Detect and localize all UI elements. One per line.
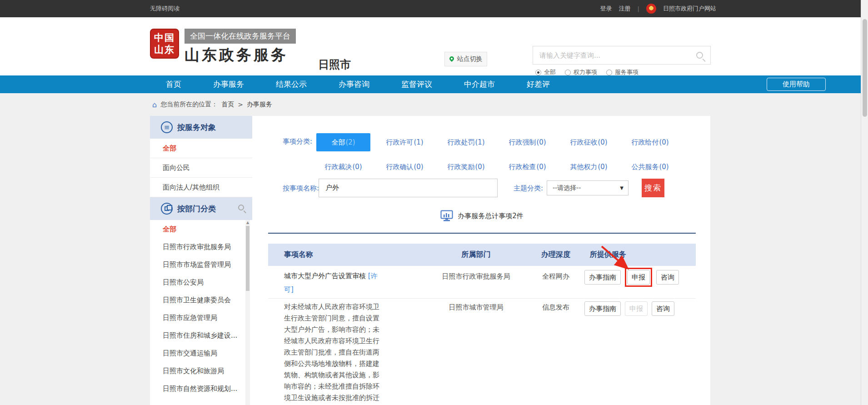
stats-text: 办事服务总计事项2件 — [458, 212, 524, 220]
main-panel: 事项分类: 全部(2) 行政许可(1) 行政处罚(1) 行政强制(0) 行政征收… — [268, 116, 696, 405]
tab-admin-levy[interactable]: 行政征收(0) — [558, 133, 619, 151]
category-filter-label: 事项分类: — [283, 137, 312, 146]
radio-icon[interactable] — [565, 70, 571, 75]
radio-icon[interactable] — [606, 70, 612, 75]
col-header-item-name: 事项名称 — [268, 250, 425, 260]
item-department: 日照市行政审批服务局 — [425, 266, 527, 298]
apply-button-disabled: 申报 — [625, 301, 648, 316]
radio-selected-icon[interactable] — [535, 70, 541, 75]
department-search-icon[interactable] — [238, 205, 244, 210]
sidebar-item-dept-7[interactable]: 日照市交通运输局 — [150, 345, 252, 362]
nav-item-home[interactable]: 首页 — [150, 75, 197, 93]
search-icon[interactable] — [696, 52, 703, 59]
col-header-department: 所属部门 — [425, 250, 527, 260]
sidebar-scrollbar-thumb[interactable] — [246, 226, 249, 291]
sidebar-item-legal-persons[interactable]: 面向法人/其他组织 — [150, 178, 252, 197]
category-tabs-row2: 行政裁决(0) 行政确认(0) 行政奖励(0) 行政检查(0) 其他权力(0) … — [313, 156, 681, 174]
items-table: 事项名称 所属部门 办理深度 所提供服务 城市大型户外广告设置审核 [许可] 日… — [268, 244, 696, 405]
tab-admin-inspection[interactable]: 行政检查(0) — [497, 160, 558, 174]
section-divider — [268, 233, 696, 234]
breadcrumb: ⌂ 您当前所在的位置： 首页 > 办事服务 — [152, 99, 272, 110]
topbar-right: 登录 注册 | ★ 日照市政府门户网站 — [600, 0, 716, 17]
sidebar-item-all-targets[interactable]: 全部 — [150, 139, 252, 158]
tab-other-powers[interactable]: 其他权力(0) — [558, 160, 619, 174]
search-button[interactable]: 搜索 — [642, 179, 664, 197]
accessibility-link[interactable]: 无障碍阅读 — [150, 0, 180, 17]
sidebar-item-dept-5[interactable]: 日照市应急管理局 — [150, 309, 252, 327]
page-scrollbar-thumb[interactable] — [863, 19, 867, 117]
nav-item-supervision[interactable]: 监督评议 — [385, 75, 448, 93]
sidebar-item-dept-2[interactable]: 日照市市场监督管理局 — [150, 256, 252, 274]
col-header-depth: 办理深度 — [527, 250, 584, 260]
tab-admin-confirmation[interactable]: 行政确认(0) — [374, 160, 435, 174]
sidebar-item-citizens[interactable]: 面向公民 — [150, 158, 252, 178]
site-switch-button[interactable]: 站点切换 — [444, 52, 487, 66]
sidebar: ≡ 按服务对象 全部 面向公民 面向法人/其他组织 按部门分类 全部 日照市行政… — [150, 116, 252, 405]
tab-all[interactable]: 全部(2) — [316, 133, 370, 151]
national-emblem-icon: ★ — [646, 4, 656, 14]
table-row: 城市大型户外广告设置审核 [许可] 日照市行政审批服务局 全程网办 办事指南 — [268, 266, 696, 299]
dropdown-caret-icon: ▼ — [620, 185, 624, 190]
tab-admin-payment[interactable]: 行政给付(0) — [619, 133, 681, 151]
portal-link[interactable]: 日照市政府门户网站 — [663, 5, 716, 13]
location-pin-icon — [448, 55, 454, 61]
tab-admin-adjudication[interactable]: 行政裁决(0) — [313, 160, 374, 174]
topbar-divider: | — [638, 5, 639, 12]
sidebar-item-dept-1[interactable]: 日照市行政审批服务局 — [150, 238, 252, 256]
breadcrumb-current: 办事服务 — [247, 100, 272, 109]
apply-button[interactable]: 申报 — [627, 270, 650, 285]
topic-label: 主题分类: — [514, 184, 543, 193]
item-name-link[interactable]: 城市大型户外广告设置审核 [许可] — [284, 269, 385, 296]
section-header-department: 按部门分类 — [150, 197, 252, 220]
table-row: 对未经城市人民政府市容环境卫生行政主管部门同意，擅自设置大型户外广告，影响市容的… — [268, 299, 696, 405]
item-depth: 信息发布 — [527, 299, 584, 405]
guide-button[interactable]: 办事指南 — [584, 270, 621, 285]
topic-select[interactable]: --请选择-- ▼ — [547, 180, 629, 195]
tab-admin-license[interactable]: 行政许可(1) — [374, 133, 435, 151]
tab-public-service[interactable]: 公共服务(0) — [619, 160, 681, 174]
item-name-label: 按事项名称: — [283, 184, 319, 193]
nav-item-results[interactable]: 结果公示 — [260, 75, 323, 93]
sidebar-item-dept-3[interactable]: 日照市公安局 — [150, 274, 252, 291]
apply-button-highlight-box: 申报 — [625, 268, 652, 287]
category-tabs-row1: 全部(2) 行政许可(1) 行政处罚(1) 行政强制(0) 行政征收(0) 行政… — [313, 133, 681, 151]
tab-admin-coercion[interactable]: 行政强制(0) — [497, 133, 558, 151]
sidebar-item-dept-9[interactable]: 日照市自然资源和规划... — [150, 380, 252, 398]
site-header: 中国山东 全国一体化在线政务服务平台 山东政务服务 日照市 站点切换 全部 权力… — [0, 17, 861, 75]
sidebar-scrollbar[interactable]: ▲ — [245, 220, 250, 405]
register-link[interactable]: 注册 — [619, 5, 631, 13]
platform-tagline: 全国一体化在线政务服务平台 — [185, 29, 296, 44]
help-button[interactable]: 使用帮助 — [767, 78, 826, 91]
chart-monitor-icon — [440, 210, 453, 222]
sidebar-item-dept-6[interactable]: 日照市住房和城乡建设... — [150, 327, 252, 345]
guide-button[interactable]: 办事指南 — [584, 301, 621, 316]
tab-admin-penalty[interactable]: 行政处罚(1) — [435, 133, 497, 151]
sidebar-item-dept-4[interactable]: 日照市卫生健康委员会 — [150, 291, 252, 309]
sidebar-item-all-departments[interactable]: 全部 — [150, 220, 252, 238]
city-name: 日照市 — [318, 57, 351, 72]
scroll-up-arrow-icon[interactable]: ▲ — [245, 220, 250, 225]
sidebar-item-dept-8[interactable]: 日照市文化和旅游局 — [150, 362, 252, 380]
site-name: 山东政务服务 — [185, 45, 296, 65]
item-name-input[interactable] — [319, 179, 498, 197]
tab-admin-reward[interactable]: 行政奖励(0) — [435, 160, 497, 174]
nav-item-rating[interactable]: 好差评 — [511, 75, 566, 93]
nav-item-consult[interactable]: 办事咨询 — [323, 75, 385, 93]
nav-item-services[interactable]: 办事服务 — [197, 75, 260, 93]
shandong-seal-logo: 中国山东 — [150, 29, 179, 59]
consult-button[interactable]: 咨询 — [652, 301, 674, 316]
keyword-search-box — [533, 46, 711, 65]
item-depth: 全程网办 — [527, 266, 584, 298]
breadcrumb-home-link[interactable]: 首页 — [221, 100, 234, 109]
item-search-form: 按事项名称: 主题分类: --请选择-- ▼ 搜索 — [268, 179, 696, 197]
table-header-row: 事项名称 所属部门 办理深度 所提供服务 — [268, 244, 696, 266]
nav-item-intermediary[interactable]: 中介超市 — [448, 75, 511, 93]
keyword-search-input[interactable] — [533, 51, 696, 60]
item-name-link[interactable]: 对未经城市人民政府市容环境卫生行政主管部门同意，擅自设置大型户外广告，影响市容的… — [284, 301, 385, 405]
col-header-services: 所提供服务 — [584, 250, 696, 260]
page-scrollbar[interactable] — [861, 0, 868, 405]
login-link[interactable]: 登录 — [600, 5, 612, 13]
department-list: 全部 日照市行政审批服务局 日照市市场监督管理局 日照市公安局 日照市卫生健康委… — [150, 220, 252, 398]
breadcrumb-separator: > — [238, 101, 243, 108]
consult-button[interactable]: 咨询 — [656, 270, 679, 285]
